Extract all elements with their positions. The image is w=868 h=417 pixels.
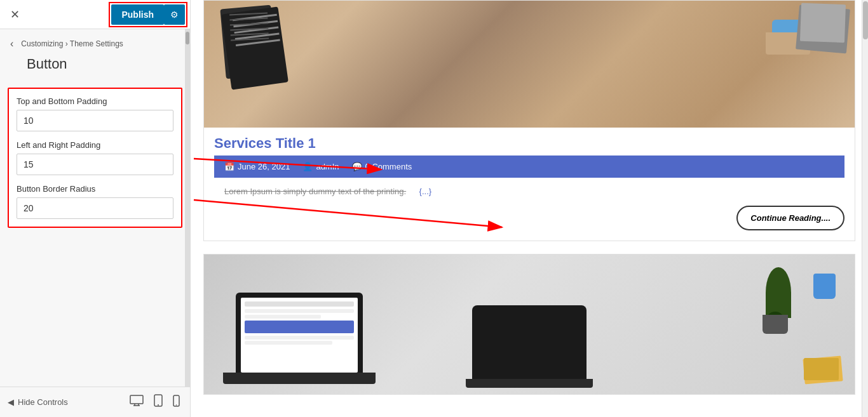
- left-right-input[interactable]: [17, 154, 173, 175]
- setting-group-border-radius: Button Border Radius: [17, 184, 173, 219]
- hide-controls-button[interactable]: ◀ Hide Controls: [8, 397, 68, 407]
- svg-rect-0: [130, 395, 143, 404]
- back-button[interactable]: ‹: [8, 36, 16, 52]
- post-meta: 📅 June 26, 2021 👤 admIn 💬 0 Comments: [214, 156, 844, 178]
- meta-author: 👤 admIn: [302, 162, 339, 171]
- post-excerpt: Lorem Ipsum is simply dummy text of the …: [214, 187, 416, 196]
- settings-panel: Top and Bottom Padding Left and Right Pa…: [0, 80, 190, 387]
- meta-date-text: June 26, 2021: [238, 162, 290, 171]
- bottom-bar: ◀ Hide Controls: [0, 387, 190, 417]
- gear-icon: ⚙: [170, 10, 179, 20]
- left-right-label: Left and Right Padding: [17, 140, 173, 150]
- hide-icon: ◀: [8, 397, 14, 407]
- post-title: Services Title 1: [204, 128, 855, 156]
- svg-point-5: [158, 404, 159, 406]
- close-button[interactable]: ✕: [5, 5, 25, 24]
- blog-card-1: Services Title 1 📅 June 26, 2021 👤 admIn…: [203, 0, 855, 241]
- top-bottom-input[interactable]: [17, 110, 173, 131]
- preview-content: Services Title 1 📅 June 26, 2021 👤 admIn…: [191, 0, 868, 417]
- border-radius-input[interactable]: [17, 197, 173, 219]
- customizer-panel: ✕ Publish ⚙ ‹ Customizing › Theme Settin…: [0, 0, 191, 417]
- tablet-icon-button[interactable]: [151, 392, 165, 413]
- breadcrumb-area: ‹ Customizing › Theme Settings: [0, 29, 190, 56]
- meta-date: 📅 June 26, 2021: [224, 162, 290, 171]
- settings-button[interactable]: ⚙: [164, 4, 185, 25]
- scrollbar-thumb: [863, 1, 868, 39]
- top-bar: ✕ Publish ⚙: [0, 0, 190, 29]
- calendar-icon: 📅: [224, 162, 234, 171]
- panel-title: Button: [0, 56, 190, 80]
- post-excerpt-more: {...}: [419, 187, 432, 196]
- settings-box: Top and Bottom Padding Left and Right Pa…: [8, 88, 182, 228]
- continue-reading-wrap: Continue Reading....: [204, 206, 855, 241]
- meta-comments: 💬 0 Comments: [352, 162, 412, 171]
- scroll-thumb: [186, 32, 189, 44]
- setting-group-left-right: Left and Right Padding: [17, 140, 173, 175]
- comment-icon: 💬: [352, 162, 362, 171]
- post-image-laptop: [204, 255, 855, 394]
- breadcrumb: Customizing › Theme Settings: [21, 39, 123, 48]
- desktop-icon: [130, 395, 144, 406]
- device-icons: [127, 392, 182, 413]
- user-icon: 👤: [302, 162, 313, 171]
- blog-card-2: [203, 254, 855, 395]
- meta-author-text: admIn: [316, 162, 339, 171]
- meta-comments-text: 0 Comments: [365, 162, 412, 171]
- desktop-icon-button[interactable]: [127, 392, 146, 413]
- top-bottom-label: Top and Bottom Padding: [17, 96, 173, 106]
- publish-button[interactable]: Publish: [111, 4, 164, 25]
- svg-point-7: [176, 404, 177, 406]
- mobile-icon-button[interactable]: [170, 392, 182, 413]
- post-excerpt-wrap: Lorem Ipsum is simply dummy text of the …: [204, 185, 855, 197]
- hide-controls-label: Hide Controls: [18, 397, 68, 407]
- border-radius-label: Button Border Radius: [17, 184, 173, 194]
- mobile-icon: [173, 395, 180, 407]
- scroll-indicator: [185, 29, 190, 387]
- continue-reading-button[interactable]: Continue Reading....: [736, 206, 844, 230]
- publish-group: Publish ⚙: [111, 4, 185, 25]
- preview-scrollbar[interactable]: [862, 0, 868, 417]
- post-image-desk: [204, 1, 855, 128]
- preview-area: Services Title 1 📅 June 26, 2021 👤 admIn…: [191, 0, 868, 417]
- setting-group-top-bottom: Top and Bottom Padding: [17, 96, 173, 131]
- tablet-icon: [154, 394, 163, 407]
